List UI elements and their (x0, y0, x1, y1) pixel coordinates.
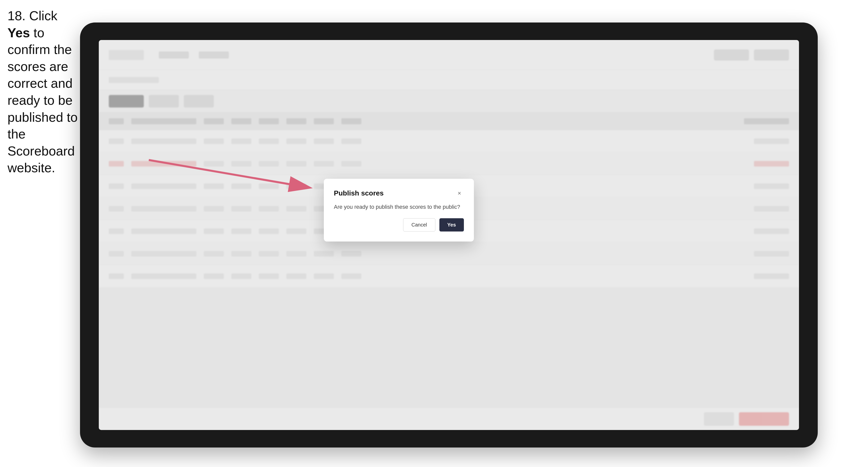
instruction-after: to confirm the scores are correct and re… (7, 26, 78, 175)
tablet-device: Publish scores × Are you ready to publis… (80, 23, 818, 447)
publish-scores-dialog: Publish scores × Are you ready to publis… (324, 179, 474, 242)
modal-message: Are you ready to publish these scores to… (334, 204, 464, 210)
tablet-screen: Publish scores × Are you ready to publis… (99, 40, 799, 430)
cancel-button[interactable]: Cancel (403, 218, 435, 231)
step-number: 18. (7, 8, 26, 23)
yes-button[interactable]: Yes (439, 218, 464, 231)
modal-header: Publish scores × (334, 189, 464, 198)
instruction-before: Click (29, 8, 58, 23)
modal-overlay: Publish scores × Are you ready to publis… (99, 40, 799, 430)
instruction-text: 18. Click Yes to confirm the scores are … (7, 7, 80, 177)
modal-close-button[interactable]: × (455, 189, 464, 198)
instruction-bold: Yes (7, 26, 30, 40)
modal-footer: Cancel Yes (334, 218, 464, 231)
modal-title: Publish scores (334, 189, 383, 197)
